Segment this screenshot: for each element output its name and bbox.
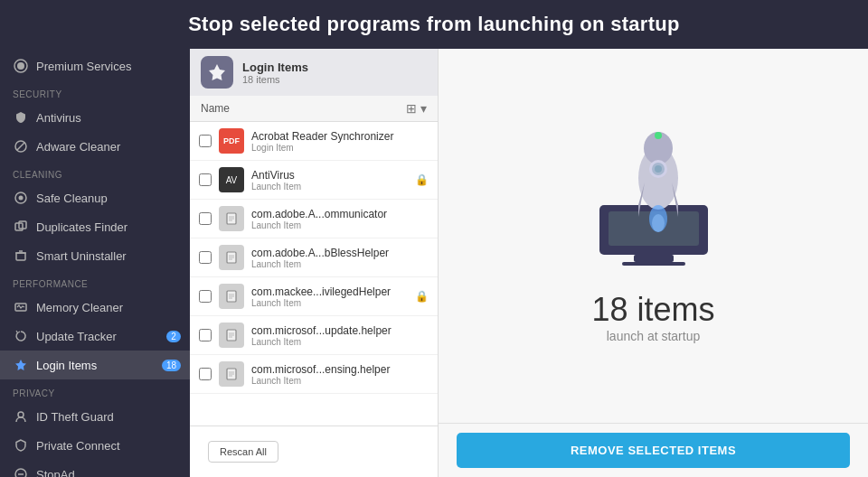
- file-list-title: Login Items: [242, 61, 308, 74]
- premium-icon: [13, 58, 29, 74]
- info-panel: 18 items launch at startup: [439, 49, 868, 423]
- file-item-5[interactable]: com.mackee...ivilegedHelper Launch Item …: [190, 277, 438, 316]
- info-subtitle: launch at startup: [607, 329, 701, 343]
- name-column-label: Name: [201, 102, 230, 115]
- login-items-label: Login Items: [36, 359, 97, 372]
- file-list-subtitle: 18 items: [242, 74, 308, 85]
- file-checkbox-4[interactable]: [199, 251, 212, 264]
- column-header: Name ⊞ ▾: [190, 96, 438, 122]
- duplicates-label: Duplicates Finder: [36, 220, 127, 234]
- file-icon-5: [219, 284, 244, 309]
- file-info-5: com.mackee...ivilegedHelper Launch Item: [251, 285, 391, 308]
- sidebar-item-update-tracker[interactable]: Update Tracker 2: [0, 322, 190, 351]
- svg-marker-12: [15, 360, 26, 370]
- sidebar: Premium Services Security Antivirus: [0, 49, 190, 477]
- file-icon-7: [219, 361, 244, 387]
- private-connect-label: Private Connect: [36, 439, 120, 453]
- remove-button-area: REMOVE SELECTED ITEMS: [439, 423, 868, 477]
- sidebar-item-login-items[interactable]: Login Items 18: [0, 351, 190, 379]
- file-checkbox-1[interactable]: [199, 135, 212, 147]
- info-count: 18 items: [591, 291, 714, 329]
- file-item-3[interactable]: com.adobe.A...ommunicator Launch Item: [190, 200, 438, 238]
- file-type-4: Launch Item: [251, 259, 389, 269]
- duplicates-icon: [13, 219, 29, 235]
- svg-point-14: [15, 469, 26, 477]
- file-info-1: Acrobat Reader Synchronizer Login Item: [251, 130, 393, 153]
- file-name-6: com.microsof...update.helper: [251, 324, 392, 337]
- stopad-icon: [13, 466, 29, 477]
- antivirus-icon: [13, 109, 29, 126]
- content-area: Premium Services Security Antivirus: [0, 49, 868, 477]
- file-checkbox-3[interactable]: [199, 212, 212, 225]
- sidebar-item-smart-uninstaller[interactable]: Smart Uninstaller: [0, 241, 190, 270]
- grid-view-icon[interactable]: ⊞ ▾: [406, 101, 427, 116]
- login-items-header-icon: [201, 56, 233, 89]
- file-type-1: Login Item: [251, 143, 393, 153]
- file-icon-6: [219, 323, 244, 348]
- file-type-5: Launch Item: [251, 298, 391, 308]
- sidebar-item-antivirus[interactable]: Antivirus: [0, 103, 190, 132]
- svg-rect-41: [646, 253, 661, 262]
- file-name-7: com.microsof...ensing.helper: [251, 363, 390, 376]
- file-info-3: com.adobe.A...ommunicator Launch Item: [251, 208, 387, 230]
- update-tracker-badge: 2: [166, 331, 181, 342]
- file-type-2: Launch Item: [251, 182, 301, 192]
- file-checkbox-6[interactable]: [199, 329, 212, 341]
- file-name-2: AntiVirus: [251, 169, 301, 182]
- rescan-button[interactable]: Rescan All: [208, 441, 278, 463]
- main-panel: Login Items 18 items Name ⊞ ▾ PDF: [190, 49, 868, 477]
- remove-selected-button[interactable]: REMOVE SELECTED ITEMS: [457, 433, 850, 468]
- file-icon-4: [219, 245, 244, 270]
- file-type-6: Launch Item: [251, 337, 392, 347]
- sidebar-item-private-connect[interactable]: Private Connect: [0, 431, 190, 460]
- update-tracker-icon: [13, 328, 29, 344]
- section-label-cleaning: Cleaning: [0, 161, 190, 183]
- file-icon-3: [219, 206, 244, 231]
- section-label-performance: Performance: [0, 270, 190, 293]
- file-icon-1: PDF: [219, 128, 244, 154]
- sidebar-item-safe-cleanup[interactable]: Safe Cleanup: [0, 183, 190, 212]
- file-item-7[interactable]: com.microsof...ensing.helper Launch Item: [190, 355, 438, 394]
- safe-cleanup-label: Safe Cleanup: [36, 192, 108, 205]
- smart-uninstaller-icon: [13, 248, 29, 264]
- memory-cleaner-icon: [13, 299, 29, 315]
- stopad-label: StopAd: [36, 468, 75, 478]
- file-item-4[interactable]: com.adobe.A...bBlessHelper Launch Item: [190, 238, 438, 277]
- sidebar-item-duplicates-finder[interactable]: Duplicates Finder: [0, 212, 190, 241]
- file-info-4: com.adobe.A...bBlessHelper Launch Item: [251, 247, 389, 269]
- file-checkbox-7[interactable]: [199, 368, 212, 380]
- file-checkbox-2[interactable]: [199, 173, 212, 186]
- file-list-items: PDF Acrobat Reader Synchronizer Login It…: [190, 122, 438, 426]
- sidebar-item-stopad[interactable]: StopAd: [0, 460, 190, 477]
- id-theft-icon: [13, 408, 29, 425]
- svg-line-3: [17, 143, 24, 150]
- lock-icon-5: 🔒: [415, 290, 429, 303]
- sidebar-item-adware-cleaner[interactable]: Adware Cleaner: [0, 132, 190, 161]
- sidebar-item-premium[interactable]: Premium Services: [0, 49, 190, 80]
- svg-point-51: [652, 214, 665, 232]
- sidebar-item-memory-cleaner[interactable]: Memory Cleaner: [0, 293, 190, 322]
- svg-point-5: [19, 196, 24, 201]
- lock-icon-2: 🔒: [415, 173, 429, 186]
- login-items-icon: [13, 357, 29, 373]
- adware-label: Adware Cleaner: [36, 140, 120, 154]
- file-checkbox-5[interactable]: [199, 290, 212, 303]
- file-name-3: com.adobe.A...ommunicator: [251, 208, 387, 220]
- svg-point-47: [655, 132, 662, 139]
- file-name-5: com.mackee...ivilegedHelper: [251, 285, 391, 298]
- rescan-area: Rescan All: [190, 426, 438, 477]
- file-list-header: Login Items 18 items: [190, 49, 438, 96]
- file-list-header-text: Login Items 18 items: [242, 61, 308, 85]
- file-list-panel: Login Items 18 items Name ⊞ ▾ PDF: [190, 49, 439, 477]
- file-name-4: com.adobe.A...bBlessHelper: [251, 247, 389, 259]
- sidebar-item-id-theft-guard[interactable]: ID Theft Guard: [0, 402, 190, 431]
- svg-marker-16: [209, 64, 225, 80]
- id-theft-label: ID Theft Guard: [36, 410, 114, 424]
- smart-uninstaller-label: Smart Uninstaller: [36, 249, 127, 263]
- file-item-6[interactable]: com.microsof...update.helper Launch Item: [190, 316, 438, 355]
- section-label-privacy: Privacy: [0, 379, 190, 402]
- safe-cleanup-icon: [13, 190, 29, 206]
- file-item-2[interactable]: AV AntiVirus Launch Item 🔒: [190, 161, 438, 200]
- file-item-1[interactable]: PDF Acrobat Reader Synchronizer Login It…: [190, 122, 438, 161]
- file-name-1: Acrobat Reader Synchronizer: [251, 130, 393, 143]
